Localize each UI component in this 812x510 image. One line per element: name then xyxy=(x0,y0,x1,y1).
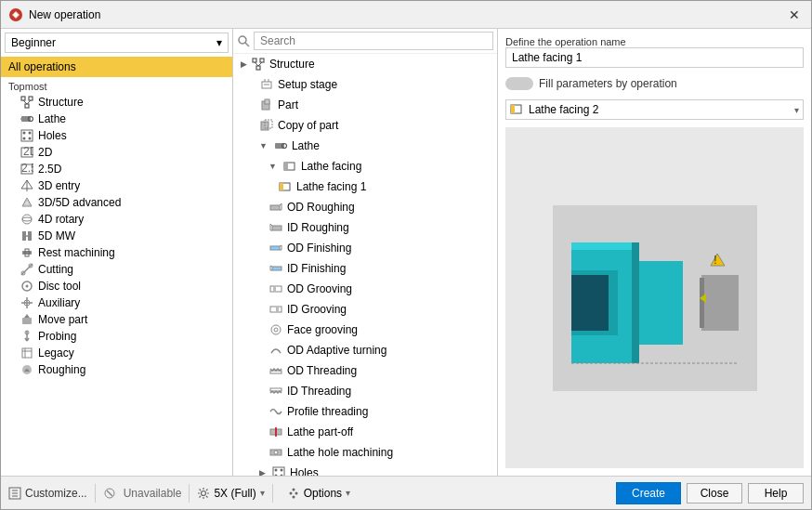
left-tree: Structure Lathe Holes xyxy=(1,94,232,476)
tree-lathe-facing-1[interactable]: Lathe facing 1 xyxy=(233,177,497,197)
tree-id-finishing[interactable]: ID Finishing xyxy=(233,258,497,279)
search-input[interactable] xyxy=(254,32,493,50)
sidebar-item-2d[interactable]: 2D 2D xyxy=(1,144,232,161)
tree-od-finishing[interactable]: OD Finishing xyxy=(233,238,497,258)
auxiliary-icon xyxy=(20,296,34,309)
tree-face-grooving[interactable]: Face grooving xyxy=(233,320,497,340)
tree-copy-of-part-label: Copy of part xyxy=(278,119,338,132)
disc-icon xyxy=(20,280,34,293)
tree-lathe-group[interactable]: ▼ Lathe xyxy=(233,136,497,156)
tree-id-roughing[interactable]: ID Roughing xyxy=(233,217,497,238)
all-operations-item[interactable]: All operations xyxy=(1,57,232,77)
tree-od-finishing-label: OD Finishing xyxy=(287,242,351,255)
tree-setup-stage[interactable]: Setup stage xyxy=(233,74,497,95)
4d-icon xyxy=(20,213,34,226)
tree-id-grooving[interactable]: ID Grooving xyxy=(233,299,497,320)
svg-point-114 xyxy=(292,495,295,498)
tree-copy-of-part[interactable]: Copy of part xyxy=(233,115,497,136)
probing-icon xyxy=(20,330,34,343)
tree-od-adaptive[interactable]: OD Adaptive turning xyxy=(233,340,497,360)
app-icon xyxy=(8,7,23,22)
tree-lathe-facing[interactable]: ▼ Lathe facing xyxy=(233,156,497,177)
sidebar-item-cutting[interactable]: Cutting xyxy=(1,261,232,278)
svg-point-1 xyxy=(14,13,18,17)
tree-od-threading[interactable]: OD Threading xyxy=(233,360,497,381)
sidebar-item-rest-label: Rest machining xyxy=(38,246,115,259)
tree-holes-group[interactable]: ▶ Holes xyxy=(233,463,497,476)
close-button[interactable]: ✕ xyxy=(785,6,804,24)
svg-rect-67 xyxy=(280,183,283,190)
id-grooving-icon xyxy=(268,302,283,317)
sidebar-item-4d[interactable]: 4D rotary xyxy=(1,211,232,228)
svg-rect-90 xyxy=(511,105,515,113)
svg-rect-71 xyxy=(272,267,282,270)
od-threading-icon xyxy=(268,363,283,378)
sidebar-item-holes[interactable]: Holes xyxy=(1,127,232,144)
middle-panel: ▶ Structure Setup stage xyxy=(233,29,498,476)
options-button[interactable]: Options ▾ xyxy=(281,484,357,503)
structure-icon xyxy=(20,96,34,109)
svg-rect-68 xyxy=(270,205,280,210)
fill-params-dropdown[interactable]: Lathe facing 2 ▾ xyxy=(505,99,804,120)
level-dropdown[interactable]: Beginner ▾ xyxy=(5,33,229,53)
sidebar-item-structure[interactable]: Structure xyxy=(1,94,232,111)
svg-point-113 xyxy=(292,488,295,490)
sidebar-item-movepart[interactable]: Move part xyxy=(1,311,232,328)
sidebar-item-3d5d[interactable]: 3D/5D advanced xyxy=(1,194,232,211)
fill-dropdown-arrow: ▾ xyxy=(794,105,799,115)
tree-part[interactable]: Part xyxy=(233,95,497,115)
sidebar-item-roughing[interactable]: Roughing xyxy=(1,361,232,378)
machine-dropdown-arrow: ▾ xyxy=(260,488,265,498)
sidebar-item-lathe[interactable]: Lathe xyxy=(1,111,232,127)
window-title: New operation xyxy=(29,8,100,21)
sidebar-item-3d-entry[interactable]: 3D entry xyxy=(1,177,232,194)
svg-rect-28 xyxy=(22,251,32,255)
customize-button[interactable]: Customize... xyxy=(8,487,87,500)
tree-od-grooving-label: OD Grooving xyxy=(287,282,352,295)
sidebar-item-legacy[interactable]: Legacy xyxy=(1,345,232,361)
separator-3 xyxy=(272,484,273,503)
fill-params-toggle[interactable] xyxy=(505,77,533,90)
holes-group-icon xyxy=(271,465,286,476)
bottom-left: Customize... Unavailable 5X (Full) ▾ xyxy=(8,484,609,503)
tree-lathe-partoff[interactable]: Lathe part-off xyxy=(233,422,497,442)
fill-dropdown-value: Lathe facing 2 xyxy=(529,103,794,116)
close-dialog-button[interactable]: Close xyxy=(687,483,742,503)
tree-profile-threading-label: Profile threading xyxy=(287,405,368,418)
svg-point-11 xyxy=(23,132,26,135)
svg-rect-49 xyxy=(253,59,256,62)
sidebar-item-5dmw-label: 5D MW xyxy=(38,229,75,242)
sidebar-item-rest[interactable]: Rest machining xyxy=(1,244,232,261)
tree-od-adaptive-label: OD Adaptive turning xyxy=(287,344,386,357)
tree-id-threading[interactable]: ID Threading xyxy=(233,381,497,401)
tree-profile-threading[interactable]: Profile threading xyxy=(233,401,497,422)
sidebar-item-auxiliary[interactable]: Auxiliary xyxy=(1,294,232,311)
svg-rect-78 xyxy=(270,371,282,373)
tree-od-roughing[interactable]: OD Roughing xyxy=(233,197,497,217)
sidebar-item-probing[interactable]: Probing xyxy=(1,328,232,345)
op-name-input[interactable] xyxy=(505,47,804,68)
3d5d-icon xyxy=(20,196,34,209)
svg-text:2D: 2D xyxy=(23,146,33,158)
lathe-hole-icon xyxy=(268,445,283,460)
tree-structure-root[interactable]: ▶ Structure xyxy=(233,54,497,74)
create-button[interactable]: Create xyxy=(616,482,681,504)
od-finishing-icon xyxy=(268,241,283,255)
options-label: Options xyxy=(304,487,342,500)
sidebar-item-disc[interactable]: Disc tool xyxy=(1,278,232,294)
3d-entry-icon xyxy=(20,179,34,192)
machine-selector[interactable]: 5X (Full) ▾ xyxy=(197,487,264,500)
sidebar-item-disc-label: Disc tool xyxy=(38,280,81,293)
svg-rect-69 xyxy=(272,226,282,230)
help-button[interactable]: Help xyxy=(748,483,804,503)
sidebar-item-structure-label: Structure xyxy=(38,96,84,109)
sidebar-item-5dmw[interactable]: 5D MW xyxy=(1,228,232,244)
op-name-section: Define the operation name xyxy=(505,36,804,68)
tree-od-grooving[interactable]: OD Grooving xyxy=(233,279,497,299)
gear-icon xyxy=(197,487,210,500)
sidebar-item-25d-label: 2.5D xyxy=(38,163,61,176)
id-threading-icon xyxy=(268,384,283,399)
sidebar-item-25d[interactable]: 2.5D 2.5D xyxy=(1,161,232,177)
lathe-facing-icon xyxy=(282,159,297,174)
tree-lathe-hole[interactable]: Lathe hole machining xyxy=(233,442,497,463)
